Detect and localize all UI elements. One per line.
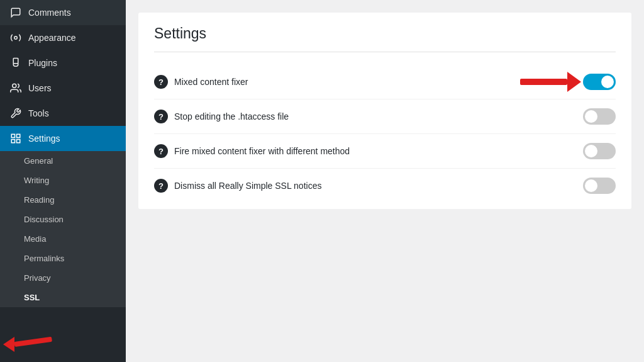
setting-label-htaccess: Stop editing the .htaccess file (174, 111, 577, 122)
settings-submenu: General Writing Reading Discussion Media… (0, 151, 126, 307)
settings-title: Settings (154, 25, 616, 52)
toggle-dismiss-ssl[interactable] (583, 178, 616, 194)
help-icon-dismiss-ssl[interactable]: ? (154, 179, 168, 193)
settings-box: Settings ? Mixed content fixer ? Stop ed… (138, 13, 631, 209)
submenu-item-privacy[interactable]: Privacy (0, 268, 126, 288)
submenu-item-general[interactable]: General (0, 151, 126, 171)
sidebar: Comments Appearance Plugins Users (0, 0, 126, 362)
comments-icon (9, 6, 22, 19)
sidebar-item-settings[interactable]: Settings (0, 126, 126, 151)
toggle-htaccess[interactable] (583, 108, 616, 125)
submenu-item-discussion[interactable]: Discussion (0, 210, 126, 229)
setting-row-mixed-content: ? Mixed content fixer (154, 65, 616, 99)
submenu-item-ssl[interactable]: SSL (0, 288, 126, 307)
setting-label-dismiss-ssl: Dismiss all Really Simple SSL notices (174, 181, 577, 191)
svg-point-0 (14, 37, 18, 40)
submenu-item-permalinks[interactable]: Permalinks (0, 249, 126, 268)
submenu-item-writing[interactable]: Writing (0, 171, 126, 190)
sidebar-label-tools: Tools (28, 108, 49, 118)
setting-label-fire-mixed: Fire mixed content fixer with different … (174, 146, 577, 156)
users-icon (9, 82, 22, 94)
submenu-item-media[interactable]: Media (0, 229, 126, 249)
toggle-fire-mixed[interactable] (583, 143, 616, 159)
plugins-icon (9, 57, 22, 69)
svg-point-2 (13, 84, 16, 88)
sidebar-label-comments: Comments (28, 8, 71, 18)
svg-rect-4 (17, 134, 20, 137)
toggle-slider-htaccess (583, 108, 616, 125)
sidebar-item-comments[interactable]: Comments (0, 0, 126, 25)
sidebar-label-plugins: Plugins (28, 58, 57, 68)
sidebar-label-users: Users (28, 83, 52, 93)
settings-icon (9, 132, 22, 145)
svg-rect-6 (11, 140, 14, 143)
help-icon-fire-mixed[interactable]: ? (154, 144, 168, 158)
setting-row-dismiss-ssl: ? Dismiss all Really Simple SSL notices (154, 169, 616, 203)
sidebar-item-users[interactable]: Users (0, 76, 126, 101)
help-icon-mixed-content[interactable]: ? (154, 75, 168, 89)
svg-rect-3 (11, 134, 14, 137)
submenu-item-reading[interactable]: Reading (0, 190, 126, 210)
main-content: Settings ? Mixed content fixer ? Stop ed… (126, 0, 644, 362)
toggle-slider-mixed-content (583, 74, 616, 90)
appearance-icon (9, 31, 22, 44)
setting-row-fire-mixed: ? Fire mixed content fixer with differen… (154, 134, 616, 169)
sidebar-label-appearance: Appearance (28, 33, 76, 43)
toggle-mixed-content[interactable] (583, 74, 616, 90)
svg-rect-5 (17, 140, 20, 143)
setting-label-mixed-content: Mixed content fixer (174, 77, 577, 87)
toggle-slider-dismiss-ssl (583, 178, 616, 194)
tools-icon (9, 107, 22, 120)
help-icon-htaccess[interactable]: ? (154, 110, 168, 123)
sidebar-item-plugins[interactable]: Plugins (0, 50, 126, 76)
setting-row-htaccess: ? Stop editing the .htaccess file (154, 99, 616, 134)
toggle-slider-fire-mixed (583, 143, 616, 159)
svg-rect-1 (13, 59, 18, 64)
sidebar-item-tools[interactable]: Tools (0, 101, 126, 126)
sidebar-item-appearance[interactable]: Appearance (0, 25, 126, 50)
sidebar-label-settings: Settings (28, 133, 60, 144)
